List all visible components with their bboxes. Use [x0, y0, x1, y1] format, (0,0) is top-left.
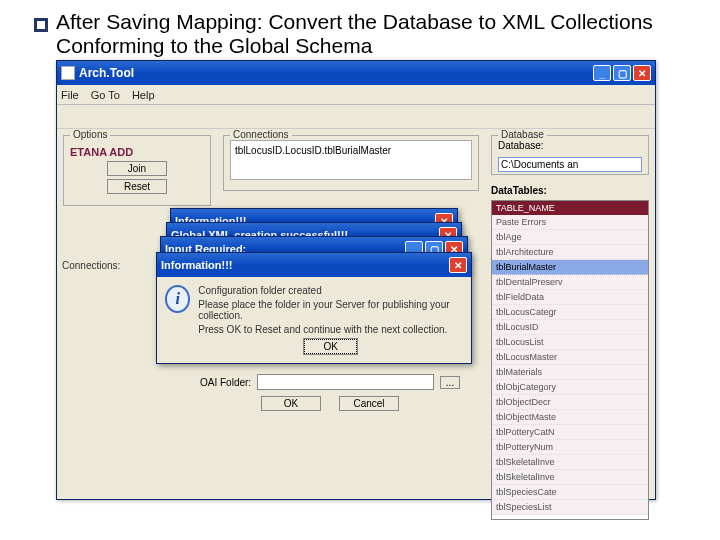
oai-browse-button[interactable]: ...: [440, 376, 460, 389]
dialog-info-front: Information!!! ✕ i Configuration folder …: [156, 252, 472, 364]
maximize-button[interactable]: ▢: [613, 65, 631, 81]
database-path-input[interactable]: [498, 157, 642, 172]
oai-cancel-button[interactable]: Cancel: [339, 396, 399, 411]
connections-group-title: Connections: [230, 129, 292, 140]
datatables-list[interactable]: TABLE_NAME Paste ErrorstblAgetblArchitec…: [491, 200, 649, 520]
dialog-info-front-ok[interactable]: OK: [304, 339, 356, 354]
dialog-info-front-title: Information!!!: [161, 259, 232, 271]
dialog-info-front-close[interactable]: ✕: [449, 257, 467, 273]
dialog-info-front-titlebar[interactable]: Information!!! ✕: [157, 253, 471, 277]
database-group-title: Database: [498, 129, 547, 140]
menu-help[interactable]: Help: [132, 89, 155, 101]
table-row[interactable]: tblSkeletalInve: [492, 470, 648, 485]
table-row[interactable]: tblPotteryNum: [492, 440, 648, 455]
connections-list[interactable]: tblLocusID.LocusID.tblBurialMaster: [230, 140, 472, 180]
options-group-title: Options: [70, 129, 110, 140]
database-label: Database:: [498, 140, 642, 151]
database-group: Database Database:: [491, 135, 649, 175]
reset-button[interactable]: Reset: [107, 179, 167, 194]
menubar: File Go To Help: [57, 85, 655, 105]
table-row[interactable]: tblFieldData: [492, 290, 648, 305]
oai-area: OAI Folder: ... OK Cancel: [200, 374, 460, 411]
table-row[interactable]: tblObjectDecr: [492, 395, 648, 410]
table-row[interactable]: tblArchitecture: [492, 245, 648, 260]
table-row[interactable]: Paste Errors: [492, 215, 648, 230]
table-row[interactable]: tblObjCategory: [492, 380, 648, 395]
table-row[interactable]: tblPotteryCatN: [492, 425, 648, 440]
table-row[interactable]: tblSpeciesCate: [492, 485, 648, 500]
table-row[interactable]: tblAge: [492, 230, 648, 245]
archtool-titlebar[interactable]: Arch.Tool _ ▢ ✕: [57, 61, 655, 85]
slide-title: After Saving Mapping: Convert the Databa…: [56, 10, 696, 58]
dialog-info-front-text: Configuration folder created Please plac…: [198, 285, 463, 354]
app-title: Arch.Tool: [79, 66, 134, 80]
connections-group: Connections tblLocusID.LocusID.tblBurial…: [223, 135, 479, 191]
table-row[interactable]: tblSkeletalInve: [492, 455, 648, 470]
menu-file[interactable]: File: [61, 89, 79, 101]
options-group: Options ETANA ADD Join Reset: [63, 135, 211, 206]
close-button[interactable]: ✕: [633, 65, 651, 81]
datatables-header: TABLE_NAME: [492, 201, 648, 215]
table-row[interactable]: tblLocusList: [492, 335, 648, 350]
table-row[interactable]: tblSpeciesList: [492, 500, 648, 515]
table-row[interactable]: tblLocusID: [492, 320, 648, 335]
slide-bullet: [34, 18, 48, 32]
menu-goto[interactable]: Go To: [91, 89, 120, 101]
connections-lower-label: Connections:: [62, 260, 120, 271]
toolbar: [57, 105, 655, 129]
table-row[interactable]: tblLocusMaster: [492, 350, 648, 365]
oai-folder-input[interactable]: [257, 374, 434, 390]
table-row[interactable]: tblBurialMaster: [492, 260, 648, 275]
app-icon: [61, 66, 75, 80]
minimize-button[interactable]: _: [593, 65, 611, 81]
join-button[interactable]: Join: [107, 161, 167, 176]
table-row[interactable]: tblMaterials: [492, 365, 648, 380]
table-row[interactable]: tblObjectMaste: [492, 410, 648, 425]
oai-label: OAI Folder:: [200, 377, 251, 388]
table-row[interactable]: tblDentalPreserv: [492, 275, 648, 290]
oai-ok-button[interactable]: OK: [261, 396, 321, 411]
options-name: ETANA ADD: [70, 146, 204, 158]
table-row[interactable]: tblLocusCategr: [492, 305, 648, 320]
info-icon: i: [165, 285, 190, 313]
datatables-title: DataTables:: [491, 185, 649, 196]
